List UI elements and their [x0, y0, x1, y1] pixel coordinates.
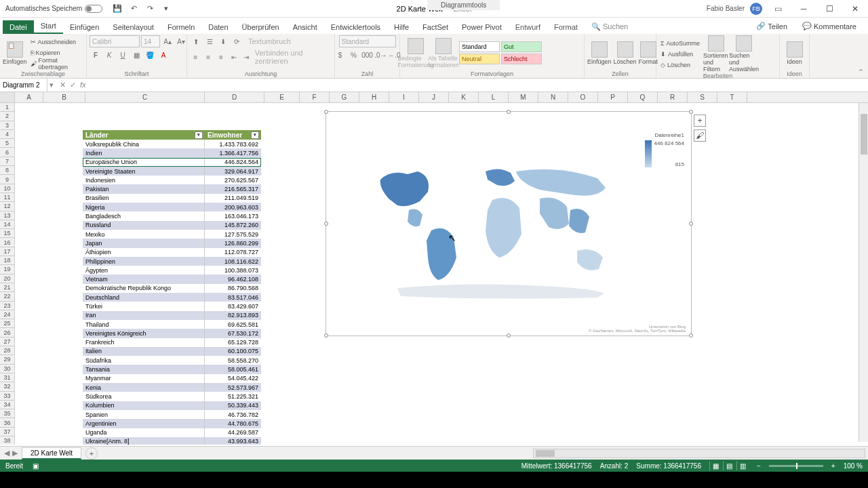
row-header[interactable]: 33: [0, 392, 14, 401]
tab-view[interactable]: Ansicht: [286, 20, 324, 34]
cell-country[interactable]: Kenia: [83, 383, 205, 392]
align-top-icon[interactable]: ⬆: [190, 35, 202, 47]
fill-button[interactable]: ⬇ Ausfüllen: [659, 49, 701, 59]
font-name-combo[interactable]: Calibri: [90, 35, 140, 47]
cell-value[interactable]: 329.064.917: [205, 167, 261, 176]
table-row[interactable]: Europäische Union446.824.564: [83, 158, 261, 167]
increase-font-icon[interactable]: A▴: [161, 35, 174, 47]
table-row[interactable]: Ukraine[Anm. 8]43.993.643: [83, 437, 261, 445]
tab-developer[interactable]: Entwicklertools: [324, 20, 387, 34]
tab-review[interactable]: Überprüfen: [235, 20, 286, 34]
namebox-dropdown-icon[interactable]: ▾: [47, 81, 56, 89]
table-header-population[interactable]: Einwohner▾: [205, 130, 261, 140]
table-row[interactable]: Vietnam96.462.108: [83, 274, 261, 283]
wrap-text-button[interactable]: Textumbruch: [248, 37, 291, 45]
align-bottom-icon[interactable]: ⬇: [217, 35, 229, 47]
conditional-format-button[interactable]: Bedingte Formatierung: [403, 38, 429, 68]
chart-elements-button[interactable]: +: [694, 115, 706, 127]
indent-dec-icon[interactable]: ⇤: [228, 51, 239, 63]
cell-value[interactable]: 44.780.675: [205, 419, 261, 428]
font-color-icon[interactable]: A: [157, 49, 170, 61]
inc-decimal-icon[interactable]: .0→: [375, 49, 387, 61]
format-cells-button[interactable]: Format: [639, 41, 658, 65]
row-header[interactable]: 22: [0, 292, 14, 301]
bold-icon[interactable]: F: [90, 49, 102, 61]
underline-icon[interactable]: U: [117, 49, 129, 61]
table-row[interactable]: Argentinien44.780.675: [83, 419, 261, 428]
table-row[interactable]: Südafrika58.558.270: [83, 356, 261, 365]
row-header[interactable]: 3: [0, 121, 14, 130]
table-row[interactable]: Demokratische Republik Kongo86.790.568: [83, 284, 261, 293]
cell-value[interactable]: 1.366.417.756: [205, 148, 261, 157]
cell-country[interactable]: Volksrepublik China: [83, 140, 205, 148]
format-painter-button[interactable]: 🖌 Format übertragen: [29, 59, 83, 69]
tab-data[interactable]: Daten: [201, 20, 235, 34]
row-header[interactable]: 20: [0, 274, 14, 283]
indent-inc-icon[interactable]: ⇥: [241, 51, 252, 63]
save-icon[interactable]: 💾: [112, 3, 123, 14]
table-row[interactable]: Japan126.860.299: [83, 239, 261, 247]
cell-country[interactable]: Pakistan: [83, 184, 205, 193]
table-row[interactable]: Deutschland83.517.046: [83, 293, 261, 302]
cellstyle-standard[interactable]: Standard: [459, 41, 500, 52]
percent-icon[interactable]: %: [348, 49, 360, 61]
table-row[interactable]: Pakistan216.565.317: [83, 184, 261, 193]
enter-formula-icon[interactable]: ✓: [70, 81, 76, 89]
col-header[interactable]: I: [389, 92, 419, 102]
sheet-nav-next-icon[interactable]: ▶: [12, 449, 18, 458]
view-normal-icon[interactable]: ▦: [709, 461, 722, 470]
clear-button[interactable]: ◇ Löschen: [659, 60, 701, 70]
cell-country[interactable]: Bangladesch: [83, 211, 205, 220]
cell-country[interactable]: Uganda: [83, 428, 205, 437]
table-row[interactable]: Philippinen108.116.622: [83, 257, 261, 266]
col-header[interactable]: C: [85, 92, 205, 102]
col-header[interactable]: B: [43, 92, 85, 102]
cell-value[interactable]: 112.078.727: [205, 248, 261, 257]
cell-value[interactable]: 43.993.643: [205, 437, 261, 445]
table-row[interactable]: Italien60.100.075: [83, 347, 261, 356]
fx-icon[interactable]: fx: [80, 81, 86, 89]
table-row[interactable]: Südkorea51.225.321: [83, 392, 261, 401]
cell-country[interactable]: Ukraine[Anm. 8]: [83, 437, 205, 445]
table-row[interactable]: Äthiopien112.078.727: [83, 248, 261, 257]
cell-value[interactable]: 44.269.587: [205, 428, 261, 437]
tab-insert[interactable]: Einfügen: [63, 20, 106, 34]
row-header[interactable]: 15: [0, 229, 14, 238]
row-header[interactable]: 36: [0, 418, 14, 427]
cell-country[interactable]: Demokratische Republik Kongo: [83, 284, 205, 293]
cell-country[interactable]: Spanien: [83, 410, 205, 419]
cell-country[interactable]: Südafrika: [83, 356, 205, 365]
maximize-icon[interactable]: ☐: [819, 1, 840, 16]
paste-button[interactable]: 📋Einfügen: [3, 41, 27, 65]
align-middle-icon[interactable]: ☰: [203, 35, 216, 47]
cell-country[interactable]: Italien: [83, 347, 205, 356]
align-center-icon[interactable]: ≡: [203, 51, 214, 63]
col-header[interactable]: F: [300, 92, 330, 102]
sheet-tab[interactable]: 2D Karte Welt: [22, 447, 81, 460]
cell-country[interactable]: Vereinigtes Königreich: [83, 329, 205, 338]
cell-value[interactable]: 100.388.073: [205, 266, 261, 274]
table-row[interactable]: Indien1.366.417.756: [83, 148, 261, 157]
cell-value[interactable]: 446.824.564: [205, 158, 261, 167]
table-row[interactable]: Thailand69.625.581: [83, 320, 261, 329]
collapse-ribbon-icon[interactable]: ⌃: [858, 68, 864, 77]
col-header[interactable]: T: [717, 92, 747, 102]
row-header[interactable]: 31: [0, 373, 14, 382]
cell-country[interactable]: Frankreich: [83, 338, 205, 347]
filter-icon[interactable]: ▾: [251, 131, 259, 139]
user-avatar[interactable]: FB: [750, 3, 762, 15]
cellstyle-gut[interactable]: Gut: [501, 41, 542, 52]
map-chart[interactable]: + 🖌 Datenreihe1 446 824 564815: [326, 111, 692, 336]
username[interactable]: Fabio Basler: [707, 5, 745, 12]
table-row[interactable]: Uganda44.269.587: [83, 428, 261, 437]
chart-styles-button[interactable]: 🖌: [694, 129, 706, 142]
cell-value[interactable]: 126.860.299: [205, 239, 261, 247]
table-row[interactable]: Bangladesch163.046.173: [83, 211, 261, 220]
ribbon-options-icon[interactable]: ▭: [768, 1, 788, 16]
cell-country[interactable]: Vietnam: [83, 274, 205, 283]
row-header[interactable]: 27: [0, 338, 14, 346]
fill-color-icon[interactable]: 🪣: [144, 49, 156, 61]
comma-icon[interactable]: 000: [361, 49, 374, 61]
cell-value[interactable]: 86.790.568: [205, 284, 261, 293]
minimize-icon[interactable]: ─: [793, 1, 814, 16]
